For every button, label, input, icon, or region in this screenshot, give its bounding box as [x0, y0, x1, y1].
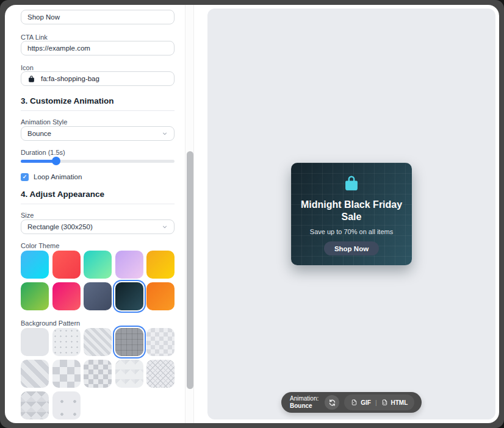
banner-title: Midnight Black Friday Sale: [300, 199, 403, 223]
pattern-swatch-grid[interactable]: [115, 328, 143, 356]
preview-panel: Midnight Black Friday Sale Save up to 70…: [207, 9, 495, 419]
export-gif-label: GIF: [361, 399, 371, 406]
color-swatch-green-lime[interactable]: [21, 282, 49, 310]
pattern-swatch-diagonal-stripes[interactable]: [84, 328, 112, 356]
shopping-bag-icon: [342, 174, 361, 192]
section-divider: [21, 110, 175, 111]
pattern-swatch-diamond-dots[interactable]: [52, 391, 81, 419]
app-window: CTA Link Icon fa:fa-shopping-bag 3. Cust…: [5, 5, 499, 423]
size-label: Size: [21, 212, 175, 219]
banner-subtitle: Save up to 70% on all items: [310, 228, 393, 235]
export-html-button[interactable]: HTML: [381, 399, 408, 406]
window-frame: CTA Link Icon fa:fa-shopping-bag 3. Cust…: [0, 0, 504, 428]
pattern-swatch-pyramids[interactable]: [21, 391, 49, 419]
loop-animation-row: ✓ Loop Animation: [21, 173, 82, 181]
export-html-label: HTML: [391, 399, 408, 406]
loop-animation-checkbox[interactable]: ✓: [21, 173, 29, 181]
color-swatch-red[interactable]: [52, 251, 81, 279]
file-image-icon: [351, 399, 358, 406]
preview-toolbar: Animation: Bounce GIF: [281, 392, 422, 413]
slider-thumb[interactable]: [52, 157, 60, 165]
color-swatch-magenta-pink[interactable]: [52, 282, 81, 310]
settings-sidebar: CTA Link Icon fa:fa-shopping-bag 3. Cust…: [21, 5, 175, 423]
color-swatch-slate[interactable]: [84, 282, 112, 310]
pattern-swatch-small-diamonds[interactable]: [146, 328, 175, 356]
background-pattern-grid: [21, 328, 175, 419]
pattern-swatch-wide-stripes[interactable]: [21, 360, 49, 388]
animation-style-select[interactable]: Bounce: [21, 126, 175, 141]
file-code-icon: [381, 399, 388, 406]
cta-text-input[interactable]: [21, 10, 175, 24]
animation-status-value: Bounce: [290, 402, 319, 410]
size-select[interactable]: Rectangle (300x250): [21, 219, 175, 234]
chevron-down-icon: [162, 130, 168, 137]
loop-animation-label: Loop Animation: [34, 173, 82, 180]
customize-animation-heading: 3. Customize Animation: [21, 96, 175, 105]
size-value: Rectangle (300x250): [27, 223, 93, 230]
color-swatch-orange[interactable]: [146, 282, 175, 310]
icon-label: Icon: [21, 64, 175, 71]
cta-link-label: CTA Link: [21, 34, 175, 41]
sidebar-scrollbar-track[interactable]: [185, 5, 194, 423]
animation-style-label: Animation Style: [21, 118, 175, 126]
color-swatch-sky-cyan[interactable]: [21, 251, 49, 279]
duration-slider[interactable]: [21, 157, 175, 165]
banner-preview: Midnight Black Friday Sale Save up to 70…: [291, 163, 412, 265]
animation-status-label: Animation:: [290, 395, 319, 402]
color-theme-grid: [21, 251, 175, 310]
slider-fill: [21, 160, 56, 163]
chevron-down-icon: [162, 224, 168, 230]
background-pattern-label: Background Pattern: [21, 319, 175, 327]
animation-status: Animation: Bounce: [290, 395, 319, 410]
duration-label: Duration (1.5s): [21, 149, 175, 156]
pattern-swatch-checkerboard[interactable]: [84, 360, 112, 388]
cta-link-input[interactable]: [21, 41, 175, 55]
shopping-bag-icon: [27, 75, 35, 83]
export-gif-button[interactable]: GIF: [351, 399, 371, 406]
animation-style-value: Bounce: [27, 130, 51, 137]
icon-input-value: fa:fa-shopping-bag: [41, 75, 99, 82]
color-swatch-midnight[interactable]: [115, 282, 143, 310]
section-divider: [21, 204, 175, 204]
adjust-appearance-heading: 4. Adjust Appearance: [21, 190, 175, 199]
pattern-swatch-large-diamonds[interactable]: [52, 360, 81, 388]
color-theme-label: Color Theme: [21, 242, 175, 249]
color-swatch-teal-green[interactable]: [84, 251, 112, 279]
sidebar-scrollbar-thumb[interactable]: [187, 151, 193, 389]
pattern-swatch-plain[interactable]: [21, 328, 49, 356]
icon-input[interactable]: fa:fa-shopping-bag: [21, 71, 175, 86]
pattern-swatch-triangle-mosaic[interactable]: [115, 360, 143, 388]
pattern-swatch-crosshatch[interactable]: [146, 360, 175, 388]
refresh-icon: [328, 399, 336, 407]
color-swatch-lavender[interactable]: [115, 251, 143, 279]
banner-cta-button[interactable]: Shop Now: [324, 241, 379, 255]
export-button-group: GIF | HTML: [344, 394, 414, 410]
pattern-swatch-dots[interactable]: [52, 328, 81, 356]
color-swatch-amber-yellow[interactable]: [146, 251, 175, 279]
refresh-button[interactable]: [325, 395, 339, 410]
toolbar-separator: |: [375, 399, 377, 406]
